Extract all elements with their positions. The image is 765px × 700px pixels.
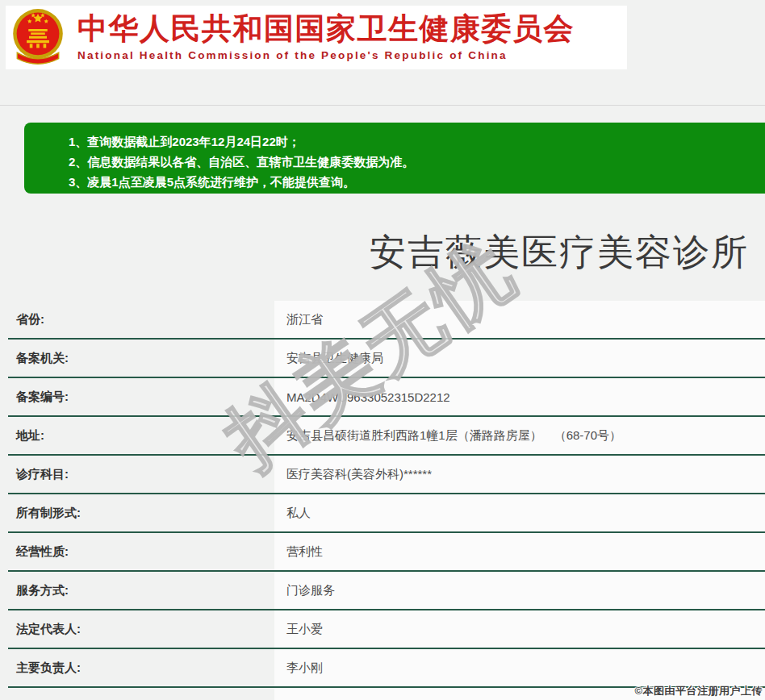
- field-value: 王小爱: [274, 610, 765, 648]
- table-row-address: 地址: 安吉县昌硕街道胜利西路1幢1层（潘路路房屋） （68-70号）: [8, 417, 765, 456]
- field-label: 备案编号:: [8, 378, 274, 415]
- table-row-legal-representative: 法定代表人: 王小爱: [8, 610, 765, 649]
- page: 中华人民共和国国家卫生健康委员会 National Health Commiss…: [0, 0, 765, 700]
- table-row-filing-number: 备案编号: MA2D4WU9633052315D2212: [8, 378, 765, 417]
- header-titles: 中华人民共和国国家卫生健康委员会 National Health Commiss…: [77, 14, 575, 61]
- field-value: 营利性: [274, 533, 765, 570]
- field-value: 医疗美容科(美容外科)******: [274, 456, 765, 493]
- field-value: 私人: [274, 494, 765, 531]
- field-label: 法定代表人:: [8, 610, 274, 648]
- field-value: 门诊服务: [274, 572, 765, 609]
- site-title-en: National Health Commission of the People…: [77, 49, 575, 61]
- field-value: 安吉县昌硕街道胜利西路1幢1层（潘路路房屋） （68-70号）: [274, 417, 765, 454]
- table-row-clinical-subjects: 诊疗科目: 医疗美容科(美容外科)******: [8, 456, 765, 494]
- table-row-operating-nature: 经营性质: 营利性: [8, 533, 765, 572]
- table-row-filing-authority: 备案机关: 安吉县卫生健康局: [8, 340, 765, 378]
- notice-box: 1、查询数据截止到2023年12月24日22时； 2、信息数据结果以各省、自治区…: [24, 123, 765, 194]
- table-row-principal: 主要负责人: 李小刚: [8, 649, 765, 688]
- table-row-ownership: 所有制形式: 私人: [8, 494, 765, 533]
- record-title: 安吉薇美医疗美容诊所: [370, 228, 749, 277]
- field-value: 李小刚: [274, 649, 765, 686]
- site-title-cn: 中华人民共和国国家卫生健康委员会: [77, 14, 575, 45]
- table-row-service-mode: 服务方式: 门诊服务: [8, 572, 765, 610]
- header-divider: [0, 105, 765, 106]
- national-emblem-icon: [11, 7, 65, 69]
- field-label: 省份:: [8, 301, 274, 338]
- field-label: 备案机关:: [8, 340, 274, 377]
- field-value: 安吉县卫生健康局: [274, 340, 765, 377]
- corner-watermark: ©本图由平台注册用户上传: [634, 684, 763, 698]
- record-table: 省份: 浙江省 备案机关: 安吉县卫生健康局 备案编号: MA2D4WU9633…: [8, 301, 765, 700]
- field-value: MA2D4WU9633052315D2212: [274, 378, 765, 415]
- table-row-province: 省份: 浙江省: [8, 301, 765, 340]
- notice-item-1: 1、查询数据截止到2023年12月24日22时；: [69, 131, 765, 152]
- field-label: 主要负责人:: [8, 649, 274, 686]
- notice-item-3: 3、凌晨1点至凌晨5点系统进行维护，不能提供查询。: [69, 172, 765, 192]
- field-label: 地址:: [8, 417, 274, 454]
- field-label: 经营性质:: [8, 533, 274, 570]
- field-label: 所有制形式:: [8, 494, 274, 531]
- field-label: 服务方式:: [8, 572, 274, 609]
- field-label: 诊疗科目:: [8, 456, 274, 493]
- site-header: 中华人民共和国国家卫生健康委员会 National Health Commiss…: [6, 6, 627, 69]
- field-value: 浙江省: [274, 301, 765, 338]
- field-label: 备案日期:: [8, 688, 274, 700]
- notice-item-2: 2、信息数据结果以各省、自治区、直辖市卫生健康委数据为准。: [69, 152, 765, 172]
